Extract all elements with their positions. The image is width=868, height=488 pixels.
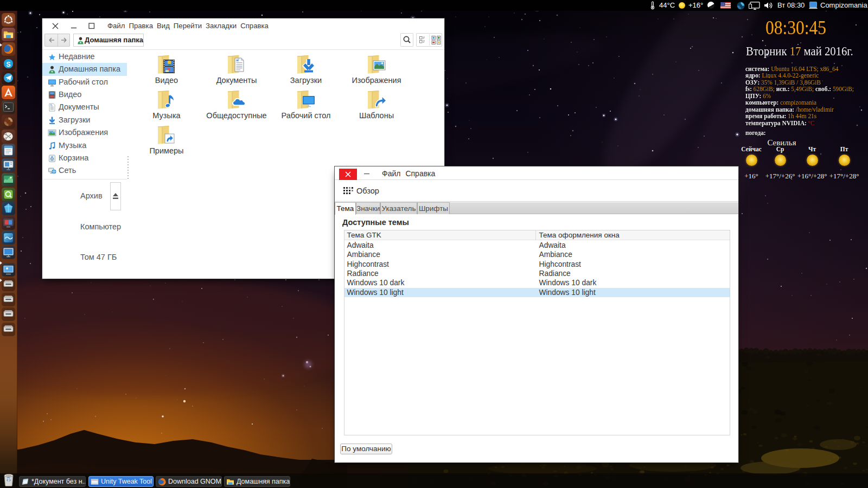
svg-text:S: S: [6, 61, 10, 68]
